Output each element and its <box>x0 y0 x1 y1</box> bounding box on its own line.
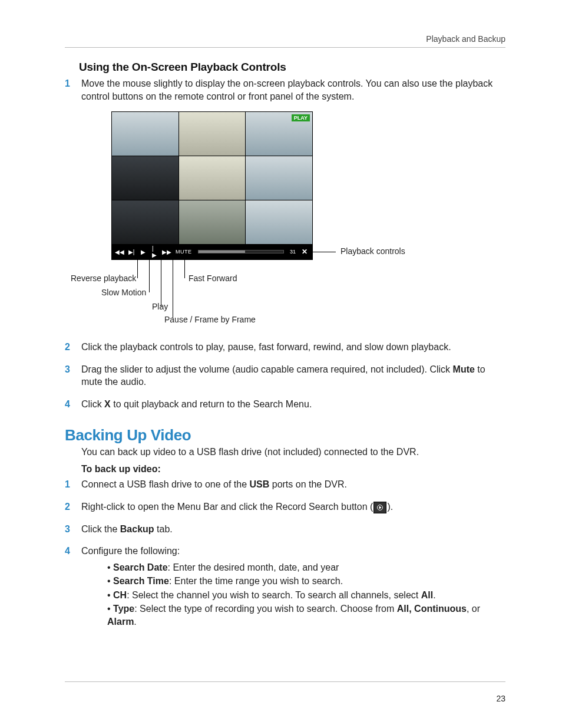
x-bold: X <box>104 399 111 409</box>
text: Click the <box>81 524 120 534</box>
callout-playback-controls: Playback controls <box>340 246 405 256</box>
text: : Select the type of recording you wish … <box>134 604 397 614</box>
step-2: Right-click to open the Menu Bar and cli… <box>65 500 505 513</box>
label: Search Time <box>113 576 169 586</box>
playback-figure: PLAY ◀◀ ▶| ▶ |▶ ▶▶ MUTE <box>65 112 505 330</box>
callout-line <box>149 259 150 292</box>
callout-play: Play <box>152 302 168 311</box>
playback-steps: Move the mouse slightly to display the o… <box>65 77 505 103</box>
section-heading-backup: Backing Up Video <box>65 426 505 444</box>
footer-divider <box>65 681 505 682</box>
backup-steps: Connect a USB flash drive to one of the … <box>65 478 505 628</box>
callout-ff: Fast Forward <box>189 274 237 283</box>
bullet-ch: CH: Select the channel you wish to searc… <box>107 589 505 602</box>
volume-slider[interactable] <box>198 250 284 253</box>
text: ). <box>387 502 393 512</box>
camera-tile <box>112 112 178 156</box>
camera-tile: PLAY <box>246 112 312 156</box>
slow-motion-icon[interactable]: ▶| <box>128 249 134 255</box>
pause-frame-icon[interactable]: |▶ <box>152 245 158 258</box>
callout-line <box>184 259 185 278</box>
text: , or <box>467 604 480 614</box>
all-bold: All <box>421 590 433 600</box>
callout-slow: Slow Motion <box>101 288 146 297</box>
text: . <box>134 617 136 627</box>
header-divider <box>65 47 505 48</box>
playback-steps-continued: Click the playback controls to play, pau… <box>65 341 505 410</box>
callout-line <box>173 259 173 318</box>
callout-line <box>137 259 138 278</box>
backup-bold: Backup <box>120 524 154 534</box>
camera-grid: PLAY <box>112 112 312 244</box>
play-icon[interactable]: ▶ <box>140 249 146 255</box>
bullet-search-time: Search Time: Enter the time range you wi… <box>107 575 505 588</box>
camera-tile <box>179 200 246 244</box>
label: Type <box>113 604 134 614</box>
alarm-bold: Alarm <box>107 617 134 627</box>
backup-leadin: To back up video: <box>81 464 505 475</box>
dvr-screenshot: PLAY ◀◀ ▶| ▶ |▶ ▶▶ MUTE <box>112 112 312 259</box>
callout-pause: Pause / Frame by Frame <box>164 315 256 324</box>
all-continuous-bold: All, Continuous <box>397 604 467 614</box>
callout-reverse: Reverse playback <box>71 274 135 283</box>
camera-tile <box>246 200 312 244</box>
label: CH <box>113 590 127 600</box>
text: ports on the DVR. <box>269 479 347 489</box>
text: Click <box>81 399 104 409</box>
step-4: Configure the following: Search Date: En… <box>65 545 505 628</box>
text: Right-click to open the Menu Bar and cli… <box>81 502 373 512</box>
label: Search Date <box>113 562 168 572</box>
svg-marker-1 <box>379 506 381 509</box>
step-4: Click X to quit playback and return to t… <box>65 398 505 411</box>
step-3: Drag the slider to adjust the volume (au… <box>65 363 505 388</box>
page: Playback and Backup Using the On-Screen … <box>0 0 562 728</box>
camera-tile <box>112 156 178 200</box>
camera-tile <box>179 156 246 200</box>
text: : Enter the desired month, date, and yea… <box>168 562 339 572</box>
text: to quit playback and return to the Searc… <box>111 399 312 409</box>
bullet-search-date: Search Date: Enter the desired month, da… <box>107 561 505 574</box>
backup-config-bullets: Search Date: Enter the desired month, da… <box>107 561 505 628</box>
text: : Select the channel you wish to search.… <box>127 590 421 600</box>
step-1: Connect a USB flash drive to one of the … <box>65 478 505 491</box>
mute-label[interactable]: MUTE <box>176 249 192 255</box>
reverse-playback-icon[interactable]: ◀◀ <box>117 249 123 255</box>
camera-tile <box>246 156 312 200</box>
volume-value: 31 <box>290 249 296 255</box>
step-1: Move the mouse slightly to display the o… <box>65 77 505 103</box>
text: : Enter the time range you wish to searc… <box>169 576 343 586</box>
record-search-icon <box>373 502 386 513</box>
callout-line <box>161 259 161 307</box>
backup-intro: You can back up video to a USB flash dri… <box>81 446 505 459</box>
step-2: Click the playback controls to play, pau… <box>65 341 505 354</box>
playback-control-bar: ◀◀ ▶| ▶ |▶ ▶▶ MUTE 31 ✕ <box>112 244 312 259</box>
page-number: 23 <box>496 694 505 703</box>
close-icon[interactable]: ✕ <box>302 248 308 256</box>
text: Configure the following: <box>81 546 180 556</box>
bullet-type: Type: Select the type of recording you w… <box>107 602 505 628</box>
camera-tile <box>179 112 246 156</box>
step-3: Click the Backup tab. <box>65 523 505 536</box>
usb-bold: USB <box>250 479 270 489</box>
subsection-heading-playback: Using the On-Screen Playback Controls <box>79 61 505 74</box>
text: tab. <box>154 524 173 534</box>
text: Connect a USB flash drive to one of the <box>81 479 250 489</box>
callout-line <box>312 252 336 252</box>
play-badge: PLAY <box>292 114 310 121</box>
fast-forward-icon[interactable]: ▶▶ <box>164 249 170 255</box>
camera-tile <box>112 200 178 244</box>
header-breadcrumb: Playback and Backup <box>65 34 505 44</box>
text: Drag the slider to adjust the volume (au… <box>81 364 453 374</box>
mute-bold: Mute <box>453 364 475 374</box>
text: . <box>433 590 435 600</box>
